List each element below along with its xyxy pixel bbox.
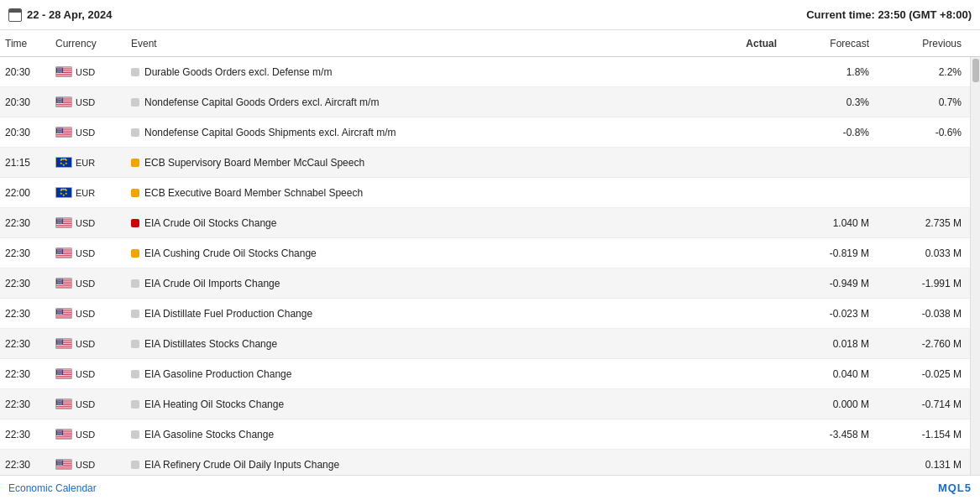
importance-indicator <box>131 340 139 348</box>
svg-point-51 <box>60 100 61 101</box>
previous-cell: 2.735 M <box>878 214 970 232</box>
svg-point-129 <box>58 221 59 221</box>
actual-cell <box>701 250 785 257</box>
svg-point-219 <box>60 310 60 311</box>
svg-point-255 <box>60 341 61 342</box>
svg-rect-210 <box>56 318 71 319</box>
column-headers: Time Currency Event Actual Forecast Prev… <box>0 30 980 57</box>
currency-cell: USD <box>50 214 126 232</box>
svg-point-381 <box>58 464 59 465</box>
svg-point-324 <box>58 404 59 405</box>
previous-cell <box>878 159 970 166</box>
svg-point-308 <box>60 400 61 401</box>
previous-cell: -2.760 M <box>878 335 970 353</box>
us-flag-icon <box>55 217 72 228</box>
svg-point-355 <box>58 435 59 435</box>
svg-rect-66 <box>56 133 71 134</box>
importance-indicator <box>131 430 139 439</box>
svg-point-193 <box>60 281 61 282</box>
svg-point-283 <box>57 372 58 372</box>
svg-point-369 <box>60 461 60 461</box>
svg-point-187 <box>59 280 60 281</box>
table-row: 22:30 <box>0 450 970 475</box>
svg-point-212 <box>57 310 58 310</box>
svg-point-256 <box>61 341 62 342</box>
svg-point-158 <box>61 250 62 251</box>
event-name: Durable Goods Orders excl. Defense m/m <box>144 66 332 78</box>
svg-point-157 <box>60 250 60 251</box>
svg-point-137 <box>57 223 58 224</box>
svg-point-371 <box>61 461 62 461</box>
svg-point-26 <box>57 72 58 73</box>
svg-point-13 <box>58 69 59 70</box>
importance-indicator <box>131 370 139 378</box>
svg-point-341 <box>58 431 59 432</box>
svg-point-131 <box>60 221 61 221</box>
table-row: 22:30 <box>0 208 970 238</box>
time-cell: 22:30 <box>0 456 50 474</box>
svg-point-254 <box>60 341 60 342</box>
svg-point-327 <box>61 404 62 405</box>
svg-rect-364 <box>56 467 71 468</box>
table-row: 22:30 <box>0 419 970 450</box>
svg-point-352 <box>60 434 60 435</box>
svg-point-150 <box>57 249 58 250</box>
previous-cell: -0.6% <box>878 123 970 142</box>
importance-indicator <box>131 219 139 227</box>
currency-cell: USD <box>50 244 126 262</box>
event-name: EIA Distillates Stocks Change <box>144 338 277 350</box>
footer-bar: Economic Calendar MQL5 <box>0 475 980 500</box>
currency-cell: ★ ★ ★ ★ ★ ★ ★ ★ EUR <box>50 184 126 201</box>
currency-cell: USD <box>50 63 126 81</box>
svg-point-74 <box>61 128 62 129</box>
svg-point-224 <box>60 311 61 312</box>
time-cell: 20:30 <box>0 123 50 142</box>
svg-point-194 <box>61 281 62 282</box>
svg-point-296 <box>61 374 62 375</box>
svg-rect-115 <box>56 224 71 225</box>
event-name: EIA Crude Oil Imports Change <box>144 278 280 289</box>
forecast-cell: -0.949 M <box>785 274 878 293</box>
svg-point-168 <box>57 253 58 254</box>
table-row: 21:15 ★ ★ ★ ★ ★ ★ ★ ★ EUR <box>0 148 970 178</box>
svg-point-89 <box>58 133 59 133</box>
svg-point-349 <box>61 432 62 433</box>
event-cell: Nondefense Capital Goods Orders excl. Ai… <box>126 93 701 112</box>
svg-point-285 <box>60 372 60 372</box>
forecast-cell: -0.8% <box>785 123 878 142</box>
actual-cell <box>701 129 785 136</box>
forecast-cell <box>785 159 878 166</box>
svg-point-388 <box>60 465 61 466</box>
svg-point-84 <box>58 132 59 133</box>
svg-point-319 <box>58 404 59 404</box>
svg-point-167 <box>61 253 62 253</box>
previous-cell: -1.154 M <box>878 425 970 444</box>
svg-point-227 <box>59 313 60 314</box>
svg-point-162 <box>60 251 61 252</box>
svg-point-318 <box>61 402 62 403</box>
svg-point-92 <box>61 133 62 133</box>
svg-point-91 <box>60 133 61 133</box>
svg-point-88 <box>57 133 58 133</box>
current-time-label: Current time: <box>806 8 875 21</box>
time-cell: 22:30 <box>0 244 50 263</box>
currency-cell: ★ ★ ★ ★ ★ ★ ★ ★ EUR <box>50 154 126 171</box>
currency-label: USD <box>76 460 95 470</box>
svg-point-165 <box>59 253 60 253</box>
svg-point-280 <box>59 371 60 372</box>
svg-point-368 <box>58 461 59 461</box>
svg-rect-270 <box>56 375 71 376</box>
importance-indicator <box>131 310 139 318</box>
currency-label: USD <box>76 67 95 77</box>
table-row: 22:30 <box>0 389 970 419</box>
svg-point-125 <box>59 220 60 221</box>
currency-label: USD <box>76 399 95 409</box>
svg-point-382 <box>59 464 60 465</box>
svg-point-223 <box>60 311 60 312</box>
footer-economic-calendar: Economic Calendar <box>8 482 97 494</box>
header-left: 22 - 28 Apr, 2024 <box>8 8 112 22</box>
previous-cell <box>878 190 970 196</box>
svg-point-152 <box>60 249 60 250</box>
svg-point-47 <box>61 99 62 100</box>
event-cell: EIA Distillates Stocks Change <box>126 335 701 353</box>
